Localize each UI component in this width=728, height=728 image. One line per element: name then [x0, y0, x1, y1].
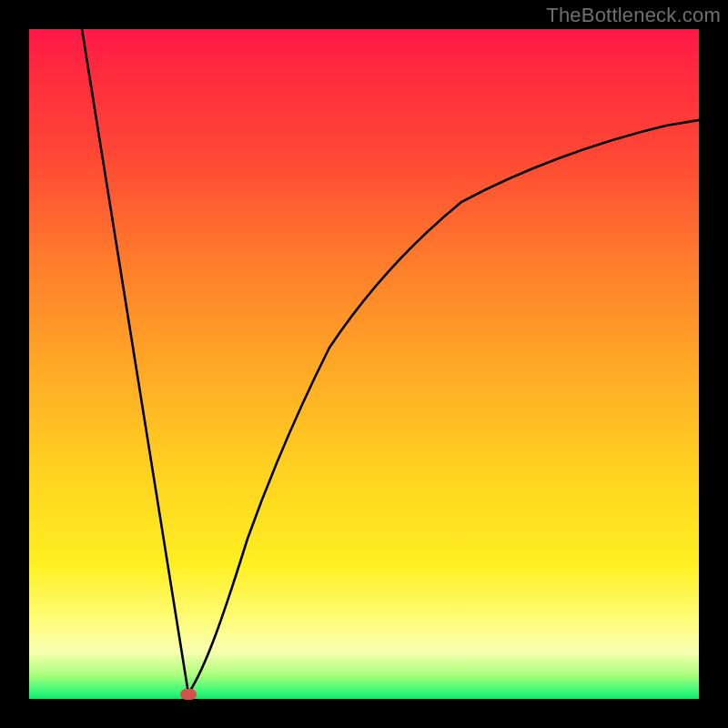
watermark-text: TheBottleneck.com: [546, 4, 721, 27]
plot-area: [29, 29, 699, 699]
bottleneck-curve: [29, 29, 699, 699]
bottleneck-marker: [180, 689, 197, 700]
curve-path: [82, 29, 699, 693]
